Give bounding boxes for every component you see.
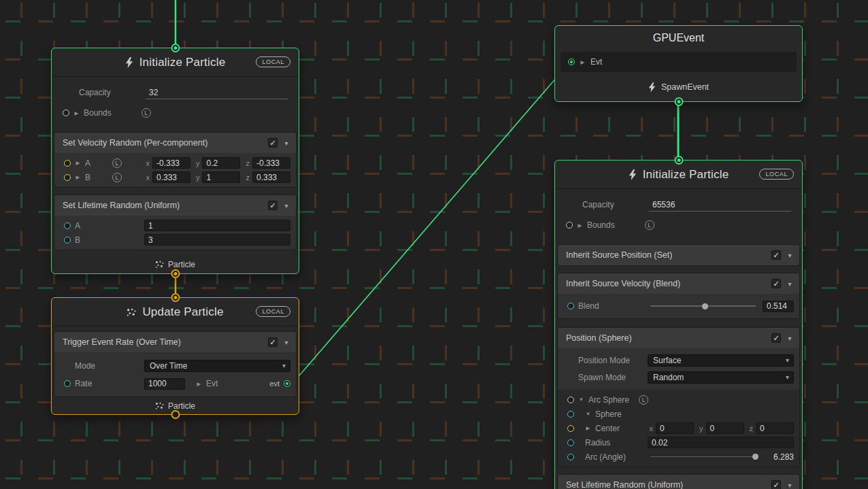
block-header[interactable]: Position (Sphere) [558,328,799,348]
mode-dropdown[interactable]: Over Time [144,360,290,372]
z-field[interactable]: 0 [756,422,794,434]
evt-input-port[interactable] [568,58,575,65]
block-enabled-checkbox[interactable] [771,333,781,343]
flow-input-port[interactable] [674,156,683,165]
y-field[interactable]: 0.2 [202,157,240,169]
expander-icon[interactable] [578,397,584,403]
arc-angle-slider[interactable] [650,452,758,462]
center-label: Center [595,424,620,433]
rate-label: Rate [75,379,140,388]
chevron-down-icon[interactable] [786,482,794,489]
x-field[interactable]: 0 [656,422,694,434]
chevron-down-icon[interactable] [786,335,794,342]
node-initialize-particle-left[interactable]: Initialize Particle LOCAL Capacity 32 Bo… [51,48,299,274]
block-enabled-checkbox[interactable] [771,250,781,260]
block-enabled-checkbox[interactable] [268,201,278,210]
axis-x-label: x [146,159,150,167]
bounds-port[interactable] [63,109,69,116]
input-port-b[interactable] [64,237,71,243]
block-enabled-checkbox[interactable] [771,279,781,288]
z-field[interactable]: 0.333 [252,171,290,183]
expander-icon[interactable] [580,59,586,65]
radius-port[interactable] [567,439,574,446]
capacity-label: Capacity [79,88,146,97]
block-header[interactable]: Inherit Source Velocity (Blend) [558,273,799,294]
capacity-row: Capacity 32 [52,82,299,103]
block-enabled-checkbox[interactable] [771,480,781,489]
block-set-lifetime-random: Set Lifetime Random (Uniform) [558,475,799,489]
evt-label: Evt [590,57,602,67]
sphere-port[interactable] [567,411,574,418]
chevron-down-icon[interactable] [786,280,794,288]
block-header[interactable]: Set Lifetime Random (Uniform) [54,195,296,216]
expander-icon[interactable] [585,411,591,417]
y-value: 1 [206,173,211,182]
particle-icon [127,308,136,316]
block-header[interactable]: Set Lifetime Random (Uniform) [558,475,799,489]
node-update-particle[interactable]: Update Particle LOCAL Trigger Event Rate… [51,297,299,415]
evt-output-port[interactable] [284,380,290,387]
vfx-graph-canvas[interactable]: Initialize Particle LOCAL Capacity 32 Bo… [0,0,868,489]
radius-field[interactable]: 0.02 [648,437,794,448]
y-field[interactable]: 0 [706,422,744,434]
position-mode-dropdown[interactable]: Surface [648,354,794,367]
blend-slider[interactable] [650,301,756,311]
block-enabled-checkbox[interactable] [268,138,278,148]
expander-icon[interactable] [75,174,81,180]
blend-port[interactable] [567,303,574,309]
expander-icon[interactable] [75,160,81,166]
block-position-sphere: Position (Sphere) Position Mode Surface … [558,328,799,467]
center-port[interactable] [567,425,574,432]
expander-icon[interactable] [585,425,591,431]
flow-output-port[interactable] [171,410,180,419]
spawn-mode-dropdown[interactable]: Random [648,371,794,384]
arc-sphere-port[interactable] [567,397,574,403]
arc-angle-port[interactable] [567,454,574,460]
flow-output-port[interactable] [171,269,180,278]
expander-icon[interactable] [196,381,202,387]
blend-field[interactable]: 0.514 [763,301,794,312]
block-header[interactable]: Inherit Source Position (Set) [558,245,799,265]
node-initialize-particle-right[interactable]: Initialize Particle LOCAL Capacity 65536… [554,160,803,489]
arc-sphere-section: Arc Sphere L Sphere Center x [558,390,799,467]
x-value: 0 [660,424,665,433]
y-field[interactable]: 1 [202,171,240,183]
input-port-a[interactable] [64,222,71,229]
node-gpuevent[interactable]: GPUEvent Evt SpawnEvent [554,25,803,102]
block-title: Inherit Source Position (Set) [566,250,767,260]
flow-output-port[interactable] [674,97,683,106]
x-field[interactable]: -0.333 [152,157,190,169]
slider-handle[interactable] [702,303,708,309]
rate-field[interactable]: 1000 [144,378,185,390]
bounds-port[interactable] [566,222,573,229]
capacity-input[interactable]: 32 [146,86,288,99]
rate-port[interactable] [64,380,71,387]
block-header[interactable]: Set Velocity Random (Per-component) [54,133,296,153]
chevron-down-icon[interactable] [282,202,290,209]
x-field[interactable]: 0.333 [152,171,190,183]
block-enabled-checkbox[interactable] [268,337,278,347]
expander-icon[interactable] [577,222,583,229]
evt-label: Evt [206,379,218,388]
node-title[interactable]: GPUEvent [555,26,802,50]
value-field[interactable]: 1 [144,220,290,231]
axis-z-label: z [750,424,754,433]
chevron-down-icon[interactable] [786,252,794,259]
z-field[interactable]: -0.333 [252,157,290,169]
expander-icon[interactable] [73,110,80,116]
chevron-down-icon[interactable] [282,339,290,346]
capacity-input[interactable]: 65536 [649,199,791,212]
input-port-b[interactable] [64,174,71,181]
chevron-down-icon[interactable] [282,139,290,147]
slider-handle[interactable] [752,454,758,460]
value-field[interactable]: 3 [144,234,290,246]
block-header[interactable]: Trigger Event Rate (Over Time) [54,332,296,352]
axis-y-label: y [196,159,200,167]
node-header[interactable]: Initialize Particle LOCAL [52,48,299,77]
input-port-a[interactable] [64,160,71,167]
node-header[interactable]: Initialize Particle LOCAL [555,161,802,189]
block-title: Inherit Source Velocity (Blend) [566,279,767,288]
flow-input-port[interactable] [171,44,180,52]
flow-input-port[interactable] [171,293,180,302]
node-header[interactable]: Update Particle LOCAL [52,298,299,326]
